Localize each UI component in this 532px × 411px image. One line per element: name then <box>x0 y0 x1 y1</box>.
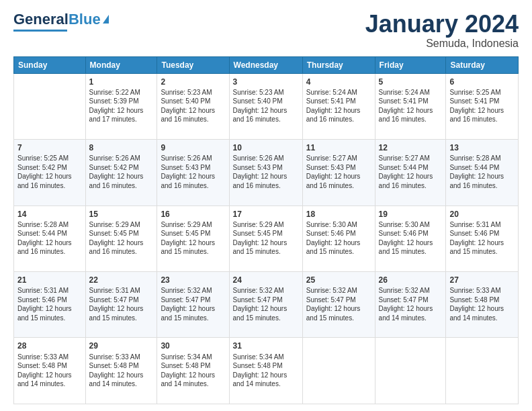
calendar-cell: 17Sunrise: 5:29 AM Sunset: 5:45 PM Dayli… <box>229 205 302 271</box>
cell-info: Sunrise: 5:24 AM Sunset: 5:41 PM Dayligh… <box>306 88 371 124</box>
logo: General Blue <box>13 11 109 32</box>
cell-info: Sunrise: 5:32 AM Sunset: 5:47 PM Dayligh… <box>306 286 371 322</box>
cell-info: Sunrise: 5:27 AM Sunset: 5:43 PM Dayligh… <box>306 154 371 190</box>
cell-info: Sunrise: 5:30 AM Sunset: 5:46 PM Dayligh… <box>379 220 443 257</box>
day-number: 6 <box>449 77 515 87</box>
day-number: 5 <box>379 77 443 87</box>
day-number: 24 <box>233 275 299 285</box>
calendar-day-header: Wednesday <box>229 56 302 73</box>
calendar-header-row: SundayMondayTuesdayWednesdayThursdayFrid… <box>14 56 519 73</box>
calendar-cell: 14Sunrise: 5:28 AM Sunset: 5:44 PM Dayli… <box>14 205 86 271</box>
day-number: 8 <box>89 142 154 153</box>
calendar-cell: 5Sunrise: 5:24 AM Sunset: 5:41 PM Daylig… <box>375 73 446 139</box>
day-number: 13 <box>449 142 515 153</box>
calendar-day-header: Friday <box>375 56 446 73</box>
calendar-day-header: Tuesday <box>157 56 229 73</box>
calendar-cell <box>302 338 375 404</box>
day-number: 29 <box>89 340 154 351</box>
day-number: 3 <box>233 77 299 87</box>
cell-info: Sunrise: 5:33 AM Sunset: 5:48 PM Dayligh… <box>17 353 82 389</box>
cell-info: Sunrise: 5:31 AM Sunset: 5:46 PM Dayligh… <box>449 220 515 257</box>
calendar-cell: 10Sunrise: 5:26 AM Sunset: 5:43 PM Dayli… <box>229 140 302 205</box>
cell-info: Sunrise: 5:27 AM Sunset: 5:44 PM Dayligh… <box>379 154 443 190</box>
calendar-cell: 23Sunrise: 5:32 AM Sunset: 5:47 PM Dayli… <box>157 272 229 338</box>
day-number: 10 <box>233 142 299 153</box>
cell-info: Sunrise: 5:26 AM Sunset: 5:42 PM Dayligh… <box>89 154 154 190</box>
title-area: January 2024 Semuda, Indonesia <box>365 11 519 50</box>
calendar-cell: 28Sunrise: 5:33 AM Sunset: 5:48 PM Dayli… <box>14 338 86 404</box>
cell-info: Sunrise: 5:28 AM Sunset: 5:44 PM Dayligh… <box>449 154 515 190</box>
logo-underline <box>13 30 67 32</box>
day-number: 20 <box>449 209 515 220</box>
calendar-cell: 31Sunrise: 5:34 AM Sunset: 5:48 PM Dayli… <box>229 338 302 404</box>
calendar-cell: 4Sunrise: 5:24 AM Sunset: 5:41 PM Daylig… <box>302 73 375 139</box>
day-number: 2 <box>161 77 225 87</box>
calendar-cell: 24Sunrise: 5:32 AM Sunset: 5:47 PM Dayli… <box>229 272 302 338</box>
logo-text: General <box>13 11 69 28</box>
cell-info: Sunrise: 5:24 AM Sunset: 5:41 PM Dayligh… <box>379 88 443 124</box>
calendar-cell: 30Sunrise: 5:34 AM Sunset: 5:48 PM Dayli… <box>157 338 229 404</box>
cell-info: Sunrise: 5:22 AM Sunset: 5:39 PM Dayligh… <box>89 88 154 124</box>
day-number: 19 <box>379 209 443 220</box>
page: General Blue January 2024 Semuda, Indone… <box>0 0 532 411</box>
day-number: 26 <box>379 275 443 285</box>
calendar-cell: 19Sunrise: 5:30 AM Sunset: 5:46 PM Dayli… <box>375 205 446 271</box>
cell-info: Sunrise: 5:32 AM Sunset: 5:47 PM Dayligh… <box>233 286 299 322</box>
calendar-cell: 3Sunrise: 5:23 AM Sunset: 5:40 PM Daylig… <box>229 73 302 139</box>
calendar-cell <box>375 338 446 404</box>
day-number: 27 <box>449 275 515 285</box>
calendar-cell: 12Sunrise: 5:27 AM Sunset: 5:44 PM Dayli… <box>375 140 446 205</box>
day-number: 16 <box>161 209 225 220</box>
day-number: 9 <box>161 142 225 153</box>
cell-info: Sunrise: 5:31 AM Sunset: 5:46 PM Dayligh… <box>17 286 82 322</box>
calendar-cell: 2Sunrise: 5:23 AM Sunset: 5:40 PM Daylig… <box>157 73 229 139</box>
calendar-cell: 7Sunrise: 5:25 AM Sunset: 5:42 PM Daylig… <box>14 140 86 205</box>
day-number: 23 <box>161 275 225 285</box>
day-number: 22 <box>89 275 154 285</box>
day-number: 4 <box>306 77 371 87</box>
cell-info: Sunrise: 5:26 AM Sunset: 5:43 PM Dayligh… <box>233 154 299 190</box>
cell-info: Sunrise: 5:23 AM Sunset: 5:40 PM Dayligh… <box>161 88 225 124</box>
cell-info: Sunrise: 5:29 AM Sunset: 5:45 PM Dayligh… <box>233 220 299 257</box>
day-number: 1 <box>89 77 154 87</box>
calendar-cell: 26Sunrise: 5:32 AM Sunset: 5:47 PM Dayli… <box>375 272 446 338</box>
calendar-week-row: 1Sunrise: 5:22 AM Sunset: 5:39 PM Daylig… <box>14 73 519 139</box>
cell-info: Sunrise: 5:26 AM Sunset: 5:43 PM Dayligh… <box>161 154 225 190</box>
cell-info: Sunrise: 5:23 AM Sunset: 5:40 PM Dayligh… <box>233 88 299 124</box>
calendar-cell: 13Sunrise: 5:28 AM Sunset: 5:44 PM Dayli… <box>446 140 519 205</box>
day-number: 25 <box>306 275 371 285</box>
calendar-cell <box>14 73 86 139</box>
calendar-cell: 16Sunrise: 5:29 AM Sunset: 5:45 PM Dayli… <box>157 205 229 271</box>
cell-info: Sunrise: 5:28 AM Sunset: 5:44 PM Dayligh… <box>17 220 82 257</box>
cell-info: Sunrise: 5:32 AM Sunset: 5:47 PM Dayligh… <box>379 286 443 322</box>
day-number: 15 <box>89 209 154 220</box>
calendar-day-header: Thursday <box>302 56 375 73</box>
day-number: 12 <box>379 142 443 153</box>
calendar-table: SundayMondayTuesdayWednesdayThursdayFrid… <box>13 56 519 404</box>
calendar-cell: 25Sunrise: 5:32 AM Sunset: 5:47 PM Dayli… <box>302 272 375 338</box>
calendar-week-row: 14Sunrise: 5:28 AM Sunset: 5:44 PM Dayli… <box>14 205 519 271</box>
cell-info: Sunrise: 5:33 AM Sunset: 5:48 PM Dayligh… <box>449 286 515 322</box>
calendar-cell: 20Sunrise: 5:31 AM Sunset: 5:46 PM Dayli… <box>446 205 519 271</box>
logo-blue-text: Blue <box>69 11 101 28</box>
day-number: 31 <box>233 340 299 351</box>
calendar-cell: 21Sunrise: 5:31 AM Sunset: 5:46 PM Dayli… <box>14 272 86 338</box>
cell-info: Sunrise: 5:34 AM Sunset: 5:48 PM Dayligh… <box>161 353 225 389</box>
calendar-week-row: 28Sunrise: 5:33 AM Sunset: 5:48 PM Dayli… <box>14 338 519 404</box>
day-number: 21 <box>17 275 82 285</box>
calendar-cell <box>446 338 519 404</box>
calendar-cell: 11Sunrise: 5:27 AM Sunset: 5:43 PM Dayli… <box>302 140 375 205</box>
calendar-cell: 29Sunrise: 5:33 AM Sunset: 5:48 PM Dayli… <box>85 338 157 404</box>
calendar-cell: 15Sunrise: 5:29 AM Sunset: 5:45 PM Dayli… <box>85 205 157 271</box>
cell-info: Sunrise: 5:25 AM Sunset: 5:42 PM Dayligh… <box>17 154 82 190</box>
calendar-cell: 6Sunrise: 5:25 AM Sunset: 5:41 PM Daylig… <box>446 73 519 139</box>
day-number: 11 <box>306 142 371 153</box>
logo-line: General Blue <box>13 11 109 28</box>
day-number: 30 <box>161 340 225 351</box>
cell-info: Sunrise: 5:29 AM Sunset: 5:45 PM Dayligh… <box>89 220 154 257</box>
day-number: 7 <box>17 142 82 153</box>
cell-info: Sunrise: 5:30 AM Sunset: 5:46 PM Dayligh… <box>306 220 371 257</box>
calendar-cell: 18Sunrise: 5:30 AM Sunset: 5:46 PM Dayli… <box>302 205 375 271</box>
calendar-cell: 22Sunrise: 5:31 AM Sunset: 5:47 PM Dayli… <box>85 272 157 338</box>
cell-info: Sunrise: 5:32 AM Sunset: 5:47 PM Dayligh… <box>161 286 225 322</box>
